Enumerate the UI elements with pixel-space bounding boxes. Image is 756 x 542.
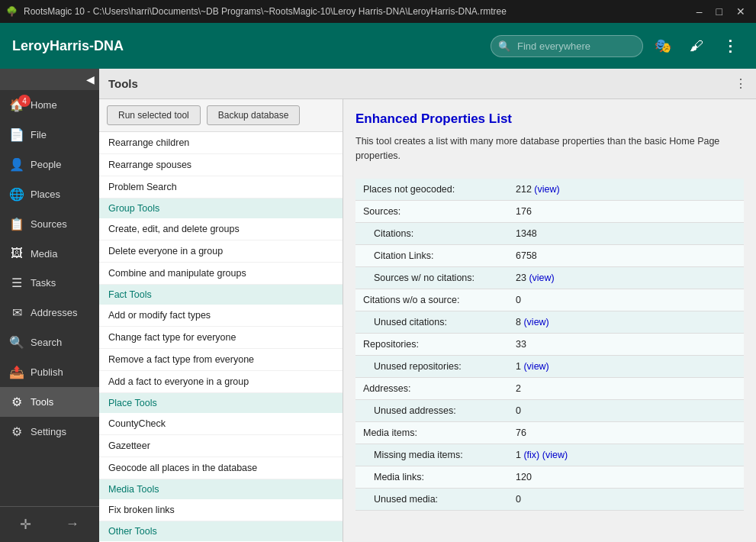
- sidebar-collapse-btn[interactable]: ◀: [0, 69, 99, 90]
- app-header: LeroyHarris-DNA 🔍 🎭 🖌 ⋮: [0, 23, 756, 69]
- sidebar-item-tools[interactable]: ⚙ Tools: [0, 387, 99, 417]
- prop-label: Repositories:: [355, 333, 508, 355]
- prop-link[interactable]: (view): [534, 184, 559, 195]
- prop-link[interactable]: (fix): [523, 450, 539, 460]
- prop-value: 8 (view): [508, 311, 744, 333]
- table-row: Addresses:2: [355, 377, 744, 399]
- places-icon: 🌐: [9, 187, 24, 202]
- window-title: RootsMagic 10 - C:\Users\harri\Documents…: [24, 6, 507, 17]
- faces-icon: 🎭: [655, 37, 671, 54]
- minimize-btn[interactable]: –: [692, 5, 707, 18]
- tool-item[interactable]: Rearrange children: [99, 132, 343, 154]
- tool-item[interactable]: Change fact type for everyone: [99, 327, 343, 349]
- content-area: Tools ⋮ Run selected tool Backup databas…: [99, 69, 756, 542]
- more-options-btn[interactable]: ⋮: [716, 32, 744, 60]
- table-row: Sources:176: [355, 200, 744, 222]
- tool-category: Media Tools: [99, 479, 343, 499]
- prop-link2[interactable]: (view): [542, 450, 568, 460]
- tool-list-buttons: Run selected tool Backup database: [99, 99, 343, 132]
- prop-link[interactable]: (view): [523, 317, 549, 327]
- sidebar-item-search[interactable]: 🔍 Search: [0, 327, 99, 357]
- sidebar-item-sources[interactable]: 📋 Sources: [0, 209, 99, 239]
- prop-label: Addresses:: [355, 377, 508, 399]
- run-tool-btn[interactable]: Run selected tool: [107, 105, 201, 125]
- sidebar-item-label-file: File: [31, 129, 47, 140]
- tool-list-scroll[interactable]: Rearrange childrenRearrange spousesProbl…: [99, 132, 343, 542]
- tools-header: Tools ⋮: [99, 69, 756, 99]
- find-everywhere-input[interactable]: [517, 40, 632, 52]
- tool-detail-description: This tool creates a list with many more …: [355, 134, 744, 163]
- prop-label: Citation Links:: [355, 244, 508, 266]
- tool-detail-title: Enhanced Properties List: [355, 111, 744, 127]
- sidebar-item-label-search: Search: [31, 337, 62, 348]
- tools-icon: ⚙: [9, 395, 24, 409]
- sidebar-item-media[interactable]: 🖼 Media: [0, 239, 99, 268]
- sidebar-item-home[interactable]: 🏠 Home 4: [0, 90, 99, 120]
- prop-value: 212 (view): [508, 179, 744, 201]
- media-icon: 🖼: [9, 247, 24, 260]
- table-row: Citations:1348: [355, 222, 744, 244]
- sidebar-item-label-tools: Tools: [31, 396, 53, 408]
- tool-item[interactable]: Combine and manipulate groups: [99, 263, 343, 285]
- table-row: Places not geocoded:212 (view): [355, 179, 744, 201]
- tool-item[interactable]: Fix broken links: [99, 499, 343, 521]
- tool-detail-scroll[interactable]: Enhanced Properties List This tool creat…: [343, 99, 756, 542]
- sidebar-item-label-sources: Sources: [31, 218, 67, 230]
- tool-item[interactable]: Remove a fact type from everyone: [99, 349, 343, 371]
- backup-db-btn[interactable]: Backup database: [207, 105, 301, 125]
- sidebar-item-settings[interactable]: ⚙ Settings: [0, 417, 99, 447]
- tool-item[interactable]: CountyCheck: [99, 413, 343, 435]
- sidebar-item-label-publish: Publish: [31, 366, 63, 378]
- tools-header-title: Tools: [108, 77, 138, 90]
- file-icon: 📄: [9, 127, 24, 142]
- tool-item[interactable]: Rearrange spouses: [99, 154, 343, 176]
- sidebar-item-addresses[interactable]: ✉ Addresses: [0, 298, 99, 327]
- close-btn[interactable]: ✕: [732, 5, 750, 18]
- tools-content: Run selected tool Backup database Rearra…: [99, 99, 756, 542]
- app-title: LeroyHarris-DNA: [12, 38, 124, 54]
- nav-forward-btn[interactable]: →: [63, 513, 82, 536]
- settings-icon: ⚙: [9, 424, 24, 439]
- prop-value: 1348: [508, 222, 744, 244]
- tool-item[interactable]: Add or modify fact types: [99, 305, 343, 327]
- tool-item[interactable]: Problem Search: [99, 176, 343, 198]
- brush-icon: 🖌: [690, 38, 703, 54]
- prop-value: 120: [508, 466, 744, 488]
- table-row: Media links:120: [355, 466, 744, 488]
- sidebar: ◀ 🏠 Home 4 📄 File 👤 People 🌐 Places 📋 So…: [0, 69, 99, 542]
- collapse-icon: ◀: [86, 73, 95, 85]
- prop-value: 2: [508, 377, 744, 399]
- prop-label: Sources:: [355, 200, 508, 222]
- faces-btn[interactable]: 🎭: [649, 32, 677, 60]
- sidebar-item-label-home: Home: [31, 99, 57, 111]
- brush-btn[interactable]: 🖌: [683, 32, 710, 60]
- sidebar-item-label-people: People: [31, 159, 61, 170]
- maximize-btn[interactable]: □: [712, 5, 727, 18]
- prop-value: 6758: [508, 244, 744, 266]
- sidebar-item-publish[interactable]: 📤 Publish: [0, 357, 99, 387]
- prop-link[interactable]: (view): [529, 273, 554, 283]
- tool-item[interactable]: Create, edit, and delete groups: [99, 218, 343, 240]
- sidebar-item-tasks[interactable]: ☰ Tasks: [0, 268, 99, 298]
- tool-item[interactable]: Delete everyone in a group: [99, 240, 343, 263]
- table-row: Media items:76: [355, 421, 744, 444]
- tool-item[interactable]: Geocode all places in the database: [99, 457, 343, 479]
- table-row: Citations w/o a source:0: [355, 289, 744, 311]
- sidebar-item-file[interactable]: 📄 File: [0, 120, 99, 150]
- tool-item[interactable]: Add a fact to everyone in a group: [99, 371, 343, 393]
- sidebar-item-people[interactable]: 👤 People: [0, 150, 99, 179]
- tools-more-icon[interactable]: ⋮: [735, 76, 747, 91]
- sidebar-item-label-tasks: Tasks: [31, 277, 56, 289]
- home-badge: 4: [18, 95, 31, 107]
- sidebar-item-places[interactable]: 🌐 Places: [0, 179, 99, 209]
- prop-link[interactable]: (view): [523, 361, 549, 372]
- tool-list-panel: Run selected tool Backup database Rearra…: [99, 99, 343, 542]
- table-row: Unused repositories:1 (view): [355, 355, 744, 377]
- header-right: 🔍 🎭 🖌 ⋮: [491, 32, 744, 60]
- more-icon: ⋮: [722, 37, 738, 55]
- table-row: Missing media items:1 (fix) (view): [355, 444, 744, 466]
- prop-label: Unused media:: [355, 488, 508, 510]
- table-row: Unused media:0: [355, 488, 744, 510]
- add-person-btn[interactable]: ✛: [17, 513, 34, 536]
- tool-item[interactable]: Gazetteer: [99, 435, 343, 457]
